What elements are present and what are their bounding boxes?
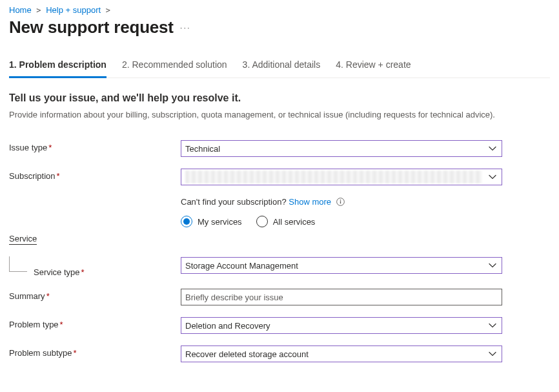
svg-rect-2 — [340, 201, 340, 204]
chevron-down-icon — [489, 145, 496, 152]
summary-label: Summary — [9, 291, 45, 301]
breadcrumb-home[interactable]: Home — [9, 5, 32, 15]
chevron-right-icon: > — [103, 6, 113, 15]
chevron-down-icon — [489, 262, 496, 269]
more-options-button[interactable]: ··· — [180, 23, 191, 32]
info-icon[interactable] — [336, 198, 345, 206]
chevron-down-icon — [489, 350, 496, 358]
radio-all-services-label: All services — [273, 217, 316, 227]
tab-review-create[interactable]: 4. Review + create — [336, 56, 411, 78]
radio-my-services[interactable]: My services — [181, 216, 242, 227]
subscription-label: Subscription — [9, 171, 56, 181]
service-type-label: Service type — [34, 267, 80, 277]
required-asterisk: * — [46, 291, 50, 301]
summary-input[interactable] — [185, 289, 498, 305]
required-asterisk: * — [48, 143, 52, 152]
subscription-select[interactable] — [181, 169, 502, 185]
tab-problem-description[interactable]: 1. Problem description — [9, 56, 107, 78]
tab-additional-details[interactable]: 3. Additional details — [243, 56, 321, 78]
tab-recommended-solution[interactable]: 2. Recommended solution — [122, 56, 227, 78]
issue-type-label: Issue type — [9, 143, 47, 152]
service-type-value: Storage Account Management — [185, 261, 298, 271]
wizard-tabs: 1. Problem description 2. Recommended so… — [9, 56, 550, 78]
tree-indent-line — [9, 256, 27, 272]
breadcrumb-help-support[interactable]: Help + support — [46, 5, 101, 15]
required-asterisk: * — [57, 171, 60, 181]
section-description: Provide information about your billing, … — [9, 109, 550, 121]
problem-type-label: Problem type — [9, 320, 59, 329]
svg-point-1 — [340, 200, 341, 201]
chevron-down-icon — [489, 322, 496, 329]
chevron-down-icon — [489, 173, 496, 181]
subscription-helper-text: Can't find your subscription? — [181, 197, 287, 207]
section-heading: Tell us your issue, and we'll help you r… — [9, 92, 550, 104]
radio-all-services[interactable]: All services — [256, 216, 316, 227]
chevron-right-icon: > — [34, 6, 43, 15]
issue-type-select[interactable]: Technical — [181, 140, 502, 157]
summary-input-wrap — [181, 289, 502, 305]
service-label: Service — [9, 234, 37, 245]
problem-type-select[interactable]: Deletion and Recovery — [181, 317, 502, 334]
redacted-value — [185, 170, 482, 183]
service-scope-radios: My services All services — [181, 216, 502, 227]
page-title: New support request — [9, 17, 174, 37]
problem-subtype-label: Problem subtype — [9, 348, 72, 358]
required-asterisk: * — [60, 320, 63, 329]
service-type-select[interactable]: Storage Account Management — [181, 257, 502, 274]
breadcrumb: Home > Help + support > — [9, 5, 550, 15]
required-asterisk: * — [74, 348, 77, 358]
subscription-show-more-link[interactable]: Show more — [289, 197, 331, 207]
problem-type-value: Deletion and Recovery — [185, 321, 270, 331]
radio-my-services-label: My services — [198, 217, 242, 227]
issue-type-value: Technical — [185, 144, 220, 154]
required-asterisk: * — [81, 267, 85, 277]
problem-subtype-value: Recover deleted storage account — [185, 349, 309, 359]
problem-subtype-select[interactable]: Recover deleted storage account — [181, 346, 502, 362]
